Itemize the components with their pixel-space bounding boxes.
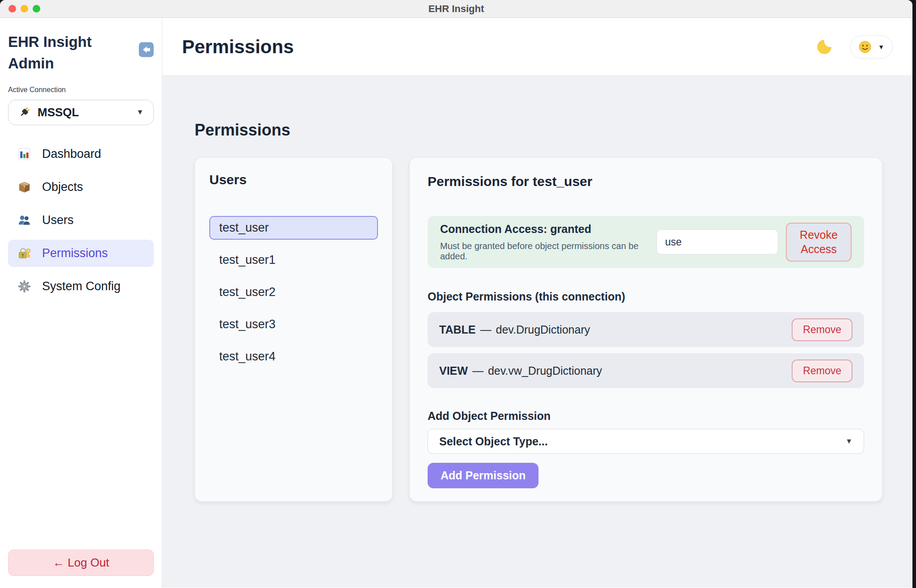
sidebar-item-label: System Config	[42, 279, 121, 293]
dark-mode-toggle[interactable]	[816, 39, 832, 55]
connection-access-text: Connection Access: granted Must be grant…	[440, 223, 657, 262]
object-name: dev.vw_DrugDictionary	[488, 364, 602, 377]
sidebar-item-label: Permissions	[42, 246, 108, 260]
add-permission-button[interactable]: Add Permission	[428, 463, 539, 488]
collapse-sidebar-button[interactable]	[139, 42, 154, 57]
object-permissions-heading: Object Permissions (this connection)	[428, 290, 864, 303]
users-panel: Users test_user test_user1 test_user2 te…	[195, 157, 393, 502]
chevron-down-icon: ▼	[136, 108, 144, 116]
connection-access-status: Connection Access: granted	[440, 223, 657, 236]
app-window: EHR Insight EHR Insight Admin Active Con…	[0, 0, 912, 588]
object-permission-row: VIEW — dev.vw_DrugDictionary Remove	[428, 353, 864, 388]
connection-access-controls: Revoke Access	[657, 223, 852, 262]
chevron-down-icon: ▼	[845, 437, 852, 445]
sidebar-item-permissions[interactable]: Permissions	[8, 240, 154, 267]
columns: Users test_user test_user1 test_user2 te…	[195, 157, 882, 502]
sidebar-item-system-config[interactable]: System Config	[8, 273, 154, 300]
object-name: dev.DrugDictionary	[496, 323, 590, 336]
package-icon	[18, 181, 31, 194]
maximize-window-button[interactable]	[33, 5, 40, 13]
titlebar: EHR Insight	[0, 0, 912, 18]
connection-access-description: Must be granted before object permission…	[440, 241, 657, 262]
section-title: Permissions	[195, 121, 882, 140]
header-actions: ▼	[816, 35, 893, 59]
sidebar-nav: Dashboard Objects	[8, 140, 154, 300]
remove-permission-button[interactable]: Remove	[792, 318, 852, 341]
screen: EHR Insight EHR Insight Admin Active Con…	[0, 0, 916, 588]
sidebar-item-objects[interactable]: Objects	[8, 173, 154, 201]
sidebar: EHR Insight Admin Active Connection	[0, 18, 162, 588]
connection-access-banner: Connection Access: granted Must be grant…	[428, 216, 864, 268]
plug-icon	[18, 106, 31, 118]
logout-button[interactable]: ← Log Out	[8, 550, 154, 576]
app-title: EHR Insight Admin	[8, 31, 109, 74]
sidebar-item-label: Objects	[42, 180, 83, 194]
window-title: EHR Insight	[428, 3, 484, 15]
profile-menu-button[interactable]: ▼	[850, 35, 893, 59]
sidebar-item-label: Users	[42, 213, 74, 227]
connection-permission-input[interactable]	[657, 229, 778, 254]
active-connection-label: Active Connection	[8, 86, 154, 94]
page-title: Permissions	[182, 36, 294, 58]
connection-select-value: MSSQL	[38, 106, 79, 119]
sidebar-item-dashboard[interactable]: Dashboard	[8, 140, 154, 168]
window-controls	[8, 5, 40, 13]
users-icon	[18, 214, 31, 227]
back-arrow-icon	[139, 42, 154, 57]
sidebar-item-label: Dashboard	[42, 147, 101, 161]
content-area: Permissions Users test_user test_user1 t…	[162, 76, 912, 588]
user-list-item[interactable]: test_user	[209, 216, 378, 240]
users-panel-title: Users	[209, 172, 378, 187]
add-object-permission-heading: Add Object Permission	[428, 410, 864, 423]
remove-permission-button[interactable]: Remove	[792, 360, 852, 382]
minimize-window-button[interactable]	[21, 5, 28, 13]
object-permission-row: TABLE — dev.DrugDictionary Remove	[428, 312, 864, 347]
gear-icon	[18, 280, 31, 293]
sidebar-header: EHR Insight Admin	[8, 31, 154, 74]
app-body: EHR Insight Admin Active Connection	[0, 18, 912, 588]
separator: —	[480, 323, 491, 336]
smiley-avatar-icon	[858, 40, 872, 54]
object-type-select-value: Select Object Type...	[439, 435, 548, 448]
main-area: Permissions	[162, 18, 912, 588]
permissions-panel-title: Permissions for test_user	[428, 174, 864, 189]
page-header: Permissions	[162, 18, 912, 76]
chevron-down-icon: ▼	[878, 43, 884, 51]
bar-chart-icon	[18, 148, 31, 161]
moon-icon	[816, 39, 832, 55]
lock-with-key-icon	[18, 247, 31, 260]
permissions-panel: Permissions for test_user Connection Acc…	[409, 157, 882, 502]
object-type: VIEW	[439, 364, 468, 377]
object-type: TABLE	[439, 323, 475, 336]
user-list-item[interactable]: test_user1	[209, 248, 378, 272]
user-list-item[interactable]: test_user4	[209, 345, 378, 368]
revoke-access-button[interactable]: Revoke Access	[786, 223, 852, 262]
separator: —	[472, 364, 483, 377]
connection-select[interactable]: MSSQL ▼	[8, 100, 154, 125]
close-window-button[interactable]	[8, 5, 16, 13]
sidebar-item-users[interactable]: Users	[8, 207, 154, 234]
user-list-item[interactable]: test_user3	[209, 313, 378, 336]
object-type-select[interactable]: Select Object Type... ▼	[428, 429, 864, 454]
user-list-item[interactable]: test_user2	[209, 280, 378, 304]
